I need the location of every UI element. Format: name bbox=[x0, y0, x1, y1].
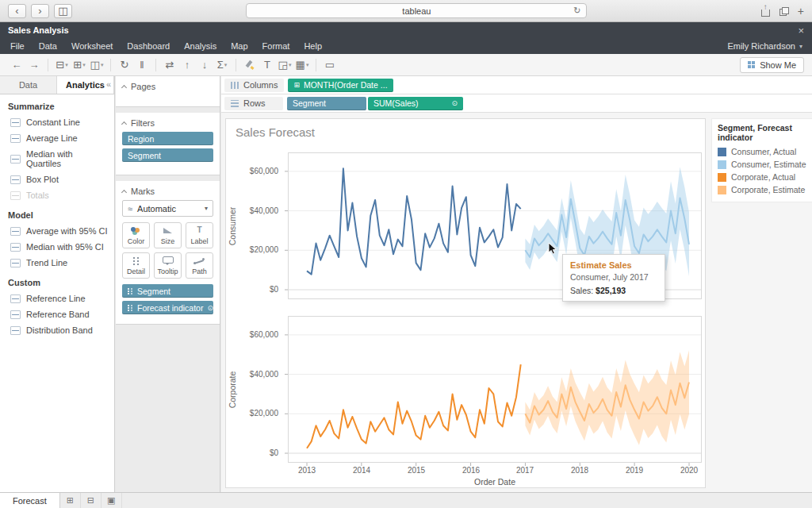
text-label-icon[interactable]: T bbox=[259, 56, 276, 74]
analytics-item-constant-line[interactable]: Constant Line bbox=[0, 114, 114, 130]
marks-size-button[interactable]: Size bbox=[154, 222, 182, 248]
x-axis-tick-label: 2018 bbox=[571, 466, 588, 475]
chart-tooltip: Estimate Sales Consumer, July 2017 Sales… bbox=[562, 254, 665, 302]
filter-pill-segment[interactable]: Segment bbox=[122, 148, 213, 162]
highlight-pen-icon[interactable] bbox=[241, 56, 259, 74]
analytics-item-trend-line[interactable]: Trend Line bbox=[0, 255, 114, 271]
menu-map[interactable]: Map bbox=[224, 41, 255, 51]
legend-swatch-corporate-actual bbox=[718, 173, 726, 182]
duplicate-icon[interactable]: ◫▾ bbox=[88, 56, 105, 74]
marks-path-button[interactable]: Path bbox=[186, 252, 213, 279]
chart-card: Sales Forecast Consumer $0$20,000$40,000… bbox=[225, 118, 706, 488]
legend-title: Segment, Forecast indicator bbox=[718, 123, 806, 142]
toolbar-separator bbox=[236, 59, 236, 71]
shelf-pill-month-order-date[interactable]: ⊞MONTH(Order Date ... bbox=[288, 79, 393, 92]
tab-data[interactable]: Data bbox=[0, 76, 57, 94]
analytics-item-reference-band[interactable]: Reference Band bbox=[0, 306, 114, 322]
close-icon[interactable]: × bbox=[798, 25, 804, 36]
analytics-item-average-with-95-ci[interactable]: Average with 95% CI bbox=[0, 223, 114, 239]
sort-descending-icon[interactable]: ↓ bbox=[196, 56, 213, 74]
shelf-pill-segment[interactable]: Segment bbox=[287, 97, 366, 110]
sidebar-tabs: Data Analytics « bbox=[0, 76, 114, 94]
tooltip-value: $25,193 bbox=[596, 286, 626, 295]
menu-help[interactable]: Help bbox=[297, 41, 329, 51]
marks-color-button[interactable]: Color bbox=[122, 222, 150, 248]
analytics-section-title: Custom bbox=[0, 271, 114, 291]
browser-forward-button[interactable]: › bbox=[31, 4, 49, 18]
analytics-item-median-with-95-ci[interactable]: Median with 95% CI bbox=[0, 239, 114, 255]
analytics-item-reference-line[interactable]: Reference Line bbox=[0, 291, 114, 306]
show-me-button[interactable]: Show Me bbox=[740, 57, 804, 73]
undo-icon[interactable]: ← bbox=[8, 56, 25, 74]
menu-file[interactable]: File bbox=[3, 41, 32, 51]
menu-dashboard[interactable]: Dashboard bbox=[120, 41, 177, 51]
tooltip-value-row: Sales: $25,193 bbox=[570, 286, 657, 295]
analytics-section-title: Model bbox=[0, 203, 114, 223]
browser-back-button[interactable]: ‹ bbox=[8, 4, 26, 18]
fit-icon[interactable]: ◲▾ bbox=[276, 56, 293, 74]
tab-overview-icon[interactable] bbox=[779, 7, 788, 15]
legend-item[interactable]: Consumer, Actual bbox=[718, 147, 806, 156]
new-datasource-icon-glyph: ⊟ bbox=[56, 59, 64, 71]
user-menu[interactable]: Emily Richardson ▾ bbox=[727, 41, 809, 51]
totals-icon[interactable]: Σ▾ bbox=[213, 56, 231, 74]
new-worksheet-icon[interactable]: ⊞▾ bbox=[71, 56, 88, 74]
url-bar[interactable]: tableau ↻ bbox=[246, 3, 587, 18]
new-dashboard-tab-icon[interactable]: ⊟ bbox=[81, 493, 102, 508]
marks-tooltip-button[interactable]: Tooltip bbox=[154, 252, 182, 279]
menu-worksheet[interactable]: Worksheet bbox=[64, 41, 120, 51]
dropdown-caret-icon: ▾ bbox=[65, 62, 68, 68]
refresh-icon-glyph: ↻ bbox=[121, 59, 129, 71]
marks-header[interactable]: Marks bbox=[122, 187, 213, 196]
sheet-tab-forecast[interactable]: Forecast bbox=[0, 493, 60, 508]
marks-pill-segment[interactable]: Segment bbox=[122, 284, 213, 298]
presentation-icon[interactable]: ▭ bbox=[321, 56, 339, 74]
new-worksheet-tab-icon-glyph: ⊞ bbox=[67, 495, 74, 506]
rows-icon bbox=[231, 100, 239, 107]
swap-icon[interactable]: ⇄ bbox=[161, 56, 178, 74]
menu-data[interactable]: Data bbox=[32, 41, 64, 51]
reload-icon[interactable]: ↻ bbox=[573, 6, 580, 16]
median-quartiles-icon bbox=[10, 155, 21, 164]
rows-shelf[interactable]: Rows SegmentSUM(Sales)⊙ bbox=[221, 94, 812, 113]
collapse-pane-icon[interactable]: « bbox=[106, 79, 111, 89]
distribution-band-icon bbox=[10, 326, 21, 335]
marks-detail-button[interactable]: Detail bbox=[122, 252, 150, 279]
left-sidebar: Data Analytics « SummarizeConstant LineA… bbox=[0, 76, 115, 492]
menu-format[interactable]: Format bbox=[255, 41, 297, 51]
collapse-caret-icon bbox=[121, 189, 127, 194]
sidebar-toggle-button[interactable]: ◫ bbox=[54, 4, 72, 18]
filters-header[interactable]: Filters bbox=[122, 118, 213, 128]
filter-pill-region[interactable]: Region bbox=[122, 132, 213, 145]
cell-size-icon[interactable]: ▦▾ bbox=[293, 56, 311, 74]
analytics-item-totals: Totals bbox=[0, 187, 114, 203]
sort-ascending-icon[interactable]: ↑ bbox=[178, 56, 196, 74]
pause-icon[interactable]: ‖ bbox=[133, 56, 151, 74]
mark-type-dropdown[interactable]: ≈ Automatic ▾ bbox=[122, 200, 213, 217]
columns-shelf[interactable]: Columns ⊞MONTH(Order Date ... bbox=[221, 76, 812, 94]
new-tab-button[interactable]: + bbox=[798, 5, 804, 17]
analytics-item-label: Median with 95% CI bbox=[26, 242, 104, 252]
legend-item[interactable]: Consumer, Estimate bbox=[718, 160, 806, 169]
refresh-icon[interactable]: ↻ bbox=[116, 56, 133, 74]
analytics-item-median-with-quartiles[interactable]: Median with Quartiles bbox=[0, 146, 114, 171]
pause-icon-glyph: ‖ bbox=[140, 59, 144, 71]
marks-label-button[interactable]: Label bbox=[186, 222, 213, 248]
analytics-item-average-line[interactable]: Average Line bbox=[0, 130, 114, 146]
marks-pill-forecast-indicator[interactable]: Forecast indicator⊙ bbox=[122, 301, 213, 314]
analytics-item-distribution-band[interactable]: Distribution Band bbox=[0, 322, 114, 338]
chevron-down-icon: ▾ bbox=[205, 205, 208, 212]
analytics-item-box-plot[interactable]: Box Plot bbox=[0, 171, 114, 187]
new-worksheet-tab-icon[interactable]: ⊞ bbox=[60, 493, 81, 508]
new-datasource-icon[interactable]: ⊟▾ bbox=[53, 56, 71, 74]
menu-analysis[interactable]: Analysis bbox=[177, 41, 224, 51]
pages-header[interactable]: Pages bbox=[122, 82, 213, 91]
legend-item[interactable]: Corporate, Actual bbox=[718, 172, 806, 182]
new-story-tab-icon[interactable]: ▣ bbox=[102, 493, 122, 508]
legend-item[interactable]: Corporate, Estimate bbox=[718, 185, 806, 194]
tooltip-value-label: Sales: bbox=[570, 286, 596, 295]
redo-icon[interactable]: → bbox=[25, 56, 43, 74]
corporate-plot[interactable] bbox=[288, 316, 702, 463]
share-icon[interactable] bbox=[761, 10, 770, 17]
shelf-pill-sum-sales[interactable]: SUM(Sales)⊙ bbox=[368, 97, 463, 110]
